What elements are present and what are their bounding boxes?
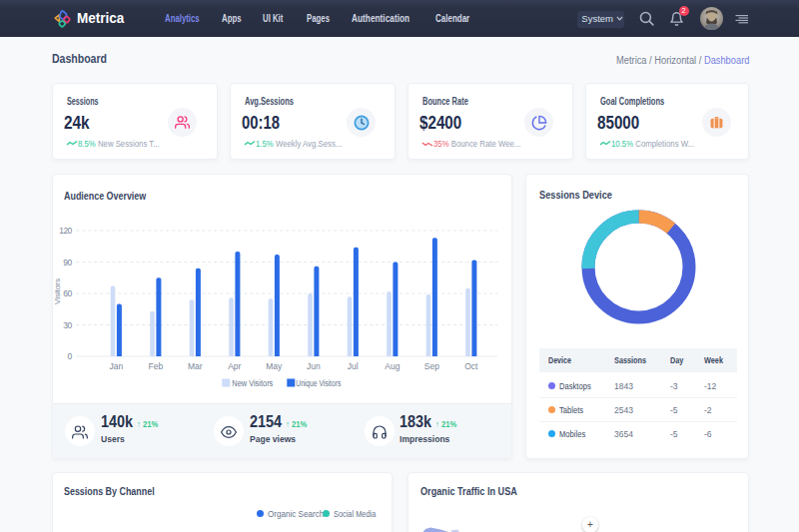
svg-text:Mar: Mar bbox=[188, 361, 203, 371]
svg-text:120: 120 bbox=[59, 226, 72, 236]
svg-text:Jun: Jun bbox=[307, 361, 321, 371]
svg-text:New Visitors: New Visitors bbox=[232, 378, 273, 388]
svg-text:Apr: Apr bbox=[228, 361, 241, 371]
svg-text:Oct: Oct bbox=[464, 361, 478, 371]
svg-text:Sep: Sep bbox=[423, 361, 438, 371]
svg-text:Visitors: Visitors bbox=[53, 278, 62, 304]
svg-text:30: 30 bbox=[63, 320, 72, 330]
svg-text:Aug: Aug bbox=[385, 361, 400, 371]
svg-text:Unique Visitors: Unique Visitors bbox=[296, 378, 341, 388]
svg-text:90: 90 bbox=[63, 258, 72, 267]
svg-text:May: May bbox=[266, 361, 283, 371]
svg-text:Feb: Feb bbox=[148, 361, 163, 371]
svg-text:0: 0 bbox=[67, 351, 72, 361]
svg-text:Jan: Jan bbox=[109, 361, 123, 371]
svg-text:60: 60 bbox=[63, 288, 72, 298]
svg-text:Jul: Jul bbox=[348, 361, 359, 371]
